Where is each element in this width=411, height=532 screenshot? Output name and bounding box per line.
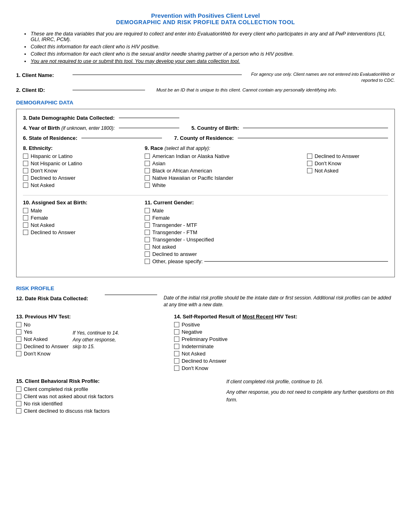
checkbox-icon[interactable] <box>16 401 21 406</box>
checkbox-icon[interactable] <box>307 154 312 159</box>
ethnicity-col: 8. Ethnicity: Hispanic or Latino Not His… <box>23 145 145 189</box>
intro-bullets: These are the data variables that you ar… <box>24 31 395 64</box>
page-title: Prevention with Positives Client Level D… <box>16 12 395 25</box>
race-option-0: American Indian or Alaska Native <box>145 153 307 159</box>
date-risk-note: Date of the initial risk profile should … <box>164 295 395 308</box>
ethnicity-option-4: Not Asked <box>23 182 145 188</box>
sr-option-2: Preliminary Positive <box>174 336 395 342</box>
ethnicity-option-3: Declined to Answer <box>23 175 145 181</box>
date-risk-row: 12. Date Risk Data Collected: Date of th… <box>16 295 395 308</box>
prev-hiv-inline-note: If Yes, continue to 14. Any other respon… <box>73 330 119 350</box>
year-country-row: 4. Year of Birth (if unknown, enter 1800… <box>23 125 388 131</box>
gender-option-4: Transgender - Unspecified <box>145 237 388 243</box>
checkbox-icon[interactable] <box>16 337 21 342</box>
checkbox-icon[interactable] <box>16 322 21 327</box>
year-birth-label: 4. Year of Birth (if unknown, enter 1800… <box>23 125 115 131</box>
checkbox-icon[interactable] <box>174 351 179 356</box>
hiv-option-2: Not Asked <box>16 336 68 342</box>
state-residence-label: 6. State of Residence: <box>23 135 77 141</box>
checkbox-icon[interactable] <box>145 230 150 235</box>
checkbox-icon[interactable] <box>145 237 150 242</box>
race-option-1: Asian <box>145 160 307 166</box>
current-gender-label: 11. Current Gender: <box>145 200 388 206</box>
hiv-option-3: Declined to Answer <box>16 343 68 349</box>
sex-option-0: Male <box>23 208 145 214</box>
behavioral-left: 15. Client Behavioral Risk Profile: Clie… <box>16 378 218 415</box>
checkbox-icon[interactable] <box>145 244 150 249</box>
date-collected-row: 3. Date Demographic Data Collected: <box>23 115 388 121</box>
checkbox-icon[interactable] <box>174 329 179 335</box>
sr-option-6: Don't Know <box>174 365 395 371</box>
br-option-2: No risk identified <box>16 401 218 407</box>
demographic-box: 3. Date Demographic Data Collected: 4. Y… <box>16 109 395 277</box>
assigned-sex-label: 10. Assigned Sex at Birth: <box>23 200 145 206</box>
client-name-label: 1. Client Name: <box>16 71 68 78</box>
checkbox-icon[interactable] <box>145 168 150 173</box>
client-name-note: For agency use only. Client names are no… <box>251 72 395 83</box>
race-option-3: Native Hawaiian or Pacific Islander <box>145 175 307 181</box>
client-id-label: 2. Client ID: <box>16 87 68 93</box>
checkbox-icon[interactable] <box>23 222 28 228</box>
ethnicity-option-1: Not Hispanic or Latino <box>23 160 145 166</box>
race-option-2: Black or African American <box>145 168 307 174</box>
ethnicity-checkboxes: Hispanic or Latino Not Hispanic or Latin… <box>23 153 145 188</box>
checkbox-icon[interactable] <box>174 337 179 342</box>
gender-option-7: Other, please specify: <box>145 258 388 264</box>
checkbox-icon[interactable] <box>174 358 179 364</box>
checkbox-icon[interactable] <box>23 175 28 181</box>
checkbox-icon[interactable] <box>23 183 28 188</box>
checkbox-icon[interactable] <box>16 394 21 399</box>
checkbox-icon[interactable] <box>16 329 21 335</box>
checkbox-icon[interactable] <box>307 161 312 166</box>
checkbox-icon[interactable] <box>145 215 150 220</box>
gender-option-6: Declined to answer <box>145 251 388 257</box>
checkbox-icon[interactable] <box>145 175 150 181</box>
checkbox-icon[interactable] <box>145 208 150 213</box>
sex-option-1: Female <box>23 215 145 221</box>
country-birth-label: 5. Country of Birth: <box>191 125 239 131</box>
checkbox-icon[interactable] <box>23 208 28 213</box>
assigned-sex-col: 10. Assigned Sex at Birth: Male Female N… <box>23 200 145 266</box>
checkbox-icon[interactable] <box>16 351 21 356</box>
risk-profile-section-header: RISK PROFILE <box>16 285 395 291</box>
prev-hiv-col: 13. Previous HIV Test: No Yes Not Asked … <box>16 314 174 372</box>
checkbox-icon[interactable] <box>23 168 28 173</box>
sex-option-3: Declined to Answer <box>23 229 145 235</box>
gender-option-5: Not asked <box>145 244 388 250</box>
title-line2: DEMOGRAPHIC AND RISK PROFILE DATA COLLEC… <box>16 19 395 25</box>
checkbox-icon[interactable] <box>145 259 150 264</box>
checkbox-icon[interactable] <box>145 183 150 188</box>
checkbox-icon[interactable] <box>23 154 28 159</box>
prev-hiv-label: 13. Previous HIV Test: <box>16 314 174 320</box>
checkbox-icon[interactable] <box>16 387 21 392</box>
hiv-option-1: Yes <box>16 329 68 335</box>
self-reported-checkboxes: Positive Negative Preliminary Positive I… <box>174 322 395 371</box>
bullet-3: Collect this information for each client… <box>24 51 395 57</box>
checkbox-icon[interactable] <box>23 230 28 235</box>
race-col: 9. Race (select all that apply): America… <box>145 145 388 189</box>
behavioral-note1: If client completed risk profile, contin… <box>226 378 395 386</box>
checkbox-icon[interactable] <box>174 322 179 327</box>
sr-option-5: Declined to Answer <box>174 358 395 364</box>
checkbox-icon[interactable] <box>16 408 21 414</box>
checkbox-icon[interactable] <box>145 251 150 257</box>
checkbox-icon[interactable] <box>23 215 28 220</box>
checkbox-icon[interactable] <box>174 344 179 349</box>
ethnicity-label: 8. Ethnicity: <box>23 145 145 151</box>
assigned-sex-checkboxes: Male Female Not Asked Declined to Answer <box>23 208 145 235</box>
gender-option-0: Male <box>145 208 388 214</box>
state-county-row: 6. State of Residence: 7. County of Resi… <box>23 135 388 141</box>
sr-option-0: Positive <box>174 322 395 328</box>
checkbox-icon[interactable] <box>145 222 150 228</box>
sr-option-4: Not Asked <box>174 351 395 357</box>
checkbox-icon[interactable] <box>145 161 150 166</box>
ethnicity-race-row: 8. Ethnicity: Hispanic or Latino Not His… <box>23 145 388 189</box>
checkbox-icon[interactable] <box>23 161 28 166</box>
checkbox-icon[interactable] <box>307 168 312 173</box>
checkbox-icon[interactable] <box>16 344 21 349</box>
checkbox-icon[interactable] <box>145 154 150 159</box>
bullet-4: You are not required to use or submit th… <box>24 58 395 64</box>
bullet-2: Collect this information for each client… <box>24 44 395 50</box>
checkbox-icon[interactable] <box>174 366 179 371</box>
race-label: 9. Race (select all that apply): <box>145 145 388 151</box>
